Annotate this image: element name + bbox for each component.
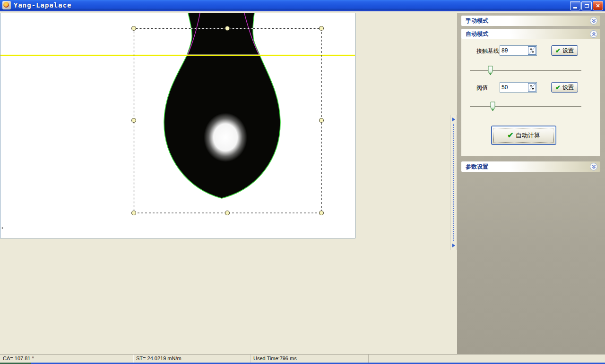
close-icon: ✕: [596, 3, 600, 9]
check-icon: ✔: [555, 48, 561, 54]
restore-icon: [585, 4, 589, 8]
title-bar: Yang-Lapalace ✕: [0, 0, 605, 11]
status-bar: CA= 107.81 ° ST= 24.0219 mN/m Used Time:…: [0, 354, 605, 363]
spinner-icon[interactable]: [528, 83, 536, 92]
baseline-input[interactable]: [500, 46, 528, 55]
chevron-double-down-icon: [592, 165, 596, 169]
selection-handle[interactable]: [132, 211, 136, 215]
expand-params-button[interactable]: [590, 163, 597, 170]
param-settings-label: 参数设置: [466, 163, 488, 170]
auto-calc-label: 自动计算: [516, 131, 540, 140]
drop-highlight: [204, 113, 247, 162]
contact-baseline-line[interactable]: [0, 55, 355, 56]
drop-silhouette: [164, 13, 280, 198]
splitter-arrow-icon: [452, 244, 455, 247]
app-icon: [2, 1, 11, 9]
selection-handle[interactable]: [132, 26, 136, 31]
baseline-label: 接触基线: [476, 47, 499, 55]
close-button[interactable]: ✕: [593, 1, 603, 10]
minimize-icon: [573, 7, 577, 8]
baseline-slider[interactable]: [470, 65, 581, 76]
baseline-spin-input: [500, 45, 537, 56]
selection-handle[interactable]: [320, 119, 324, 123]
expand-manual-button[interactable]: [590, 17, 597, 25]
window-title: Yang-Lapalace: [14, 1, 72, 9]
status-used-time: Used Time:796 ms: [251, 355, 369, 363]
threshold-slider-track[interactable]: [470, 106, 581, 107]
manual-mode-header[interactable]: 手动模式: [461, 16, 600, 26]
baseline-slider-track[interactable]: [470, 70, 581, 71]
selection-handle[interactable]: [225, 211, 230, 215]
collapse-auto-button[interactable]: [590, 30, 597, 38]
app-window: Yang-Lapalace ✕: [0, 0, 605, 364]
splitter-arrow-icon: [452, 118, 455, 121]
auto-calc-button[interactable]: ✔ 自动计算: [491, 126, 556, 145]
auto-mode-header[interactable]: 自动模式: [461, 29, 600, 39]
threshold-slider-thumb[interactable]: [490, 102, 495, 111]
auto-mode-body: 接触基线 ✔ 设置: [461, 39, 600, 156]
baseline-halo: [0, 55, 355, 55]
threshold-spin-input: [500, 82, 537, 93]
baseline-set-label: 设置: [562, 47, 574, 55]
selection-handle[interactable]: [225, 26, 230, 31]
check-icon: ✔: [555, 85, 561, 91]
panel-splitter[interactable]: [450, 115, 457, 250]
spinner-icon[interactable]: [528, 46, 536, 55]
selection-handle[interactable]: [132, 119, 136, 123]
manual-mode-label: 手动模式: [466, 17, 488, 24]
restore-button[interactable]: [581, 1, 592, 10]
workspace: [0, 13, 450, 354]
threshold-input[interactable]: [500, 83, 528, 92]
threshold-slider[interactable]: [470, 101, 581, 112]
drop-image-viewport[interactable]: [0, 13, 355, 238]
stray-dot: [2, 228, 3, 229]
threshold-set-button[interactable]: ✔ 设置: [551, 82, 578, 93]
param-settings-header[interactable]: 参数设置: [461, 161, 600, 172]
selection-handle[interactable]: [320, 211, 324, 215]
chevron-double-down-icon: [592, 19, 596, 23]
status-surface-tension: ST= 24.0219 mN/m: [133, 355, 251, 363]
status-empty: [369, 355, 605, 363]
threshold-label: 阀值: [476, 84, 488, 92]
minimize-button[interactable]: [570, 1, 580, 10]
selection-handle[interactable]: [320, 26, 324, 31]
baseline-set-button[interactable]: ✔ 设置: [551, 45, 578, 56]
auto-mode-label: 自动模式: [466, 31, 488, 37]
drop-image-canvas: [0, 13, 355, 238]
check-icon: ✔: [507, 132, 513, 139]
status-contact-angle: CA= 107.81 °: [0, 355, 133, 363]
control-panel: 手动模式 自动模式 接触基线: [457, 13, 605, 354]
chevron-double-up-icon: [592, 32, 596, 36]
threshold-set-label: 设置: [562, 84, 574, 92]
baseline-slider-thumb[interactable]: [488, 66, 493, 76]
splitter-dots: [453, 124, 454, 241]
